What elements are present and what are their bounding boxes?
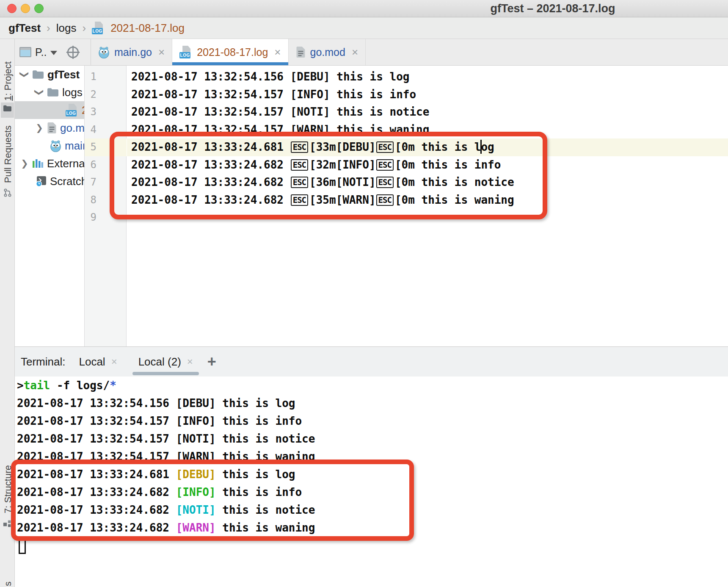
- log-file-icon: LOG: [179, 46, 192, 58]
- tree-item-main-go[interactable]: main.go: [15, 137, 84, 155]
- editor-line[interactable]: 2021-08-17 13:32:54.156 [DEBU] this is l…: [131, 68, 514, 86]
- breadcrumb-file[interactable]: 2021-08-17.log: [110, 22, 185, 35]
- close-tab-icon[interactable]: ×: [274, 46, 281, 59]
- tab-band: P.. main.go × LOG 2021-08: [15, 39, 728, 66]
- tree-item-scratches[interactable]: Scratches and Consoles: [15, 172, 84, 190]
- code-segment: 2021-08-17 13:33:24.681: [17, 468, 176, 481]
- terminal-tab-local-2[interactable]: Local (2) ×: [131, 347, 201, 377]
- code-segment: [0m this is info: [395, 158, 501, 171]
- code-segment: 2021-08-17 13:33:24.682: [131, 176, 290, 188]
- tree-item-go-mod[interactable]: ❯ go.mod: [15, 119, 84, 137]
- terminal-line: 2021-08-17 13:32:54.157 [INFO] this is i…: [15, 412, 728, 430]
- code-segment: 2021-08-17 13:32:54.157 [INFO] this is i…: [17, 415, 302, 427]
- chevron-down-icon[interactable]: [50, 51, 57, 55]
- esc-control-char: ESC: [376, 141, 394, 153]
- tab-main-go[interactable]: main.go ×: [91, 39, 172, 65]
- editor-line[interactable]: 2021-08-17 13:33:24.682 ESC[36m[NOTI]ESC…: [131, 174, 514, 191]
- breadcrumb-folder[interactable]: logs: [56, 22, 77, 35]
- code-segment: [33m[DEBU]: [309, 141, 376, 153]
- tree-item-log-file[interactable]: LOG 2021-08-17.log: [15, 101, 84, 119]
- terminal-line: >tail -f logs/*: [15, 377, 728, 394]
- code-segment: 2021-08-17 13:33:24.682: [17, 486, 176, 498]
- terminal-line: 2021-08-17 13:32:54.156 [DEBU] this is l…: [15, 394, 728, 412]
- breadcrumb-separator-icon: ›: [82, 22, 86, 35]
- tool-windows-icon[interactable]: [3, 519, 12, 528]
- go-mod-file-icon: [47, 122, 57, 134]
- locate-file-icon[interactable]: [65, 44, 81, 60]
- terminal-tab-label: Local: [79, 355, 105, 368]
- line-number: 6: [85, 156, 97, 174]
- code-segment: 2021-08-17 13:32:54.156 [DEBU] this is l…: [17, 397, 295, 410]
- tab-label: main.go: [114, 46, 152, 58]
- terminal-tab-local[interactable]: Local ×: [71, 347, 124, 377]
- code-segment: >: [17, 379, 24, 392]
- editor-line[interactable]: [131, 209, 514, 227]
- code-segment: *: [110, 379, 116, 392]
- code-segment: tail: [24, 379, 50, 392]
- new-terminal-tab-button[interactable]: +: [207, 353, 216, 371]
- line-number: 2: [85, 86, 97, 104]
- line-number: 9: [85, 209, 97, 227]
- line-number: 1: [85, 68, 97, 86]
- code-segment: 2021-08-17 13:33:24.682: [17, 504, 176, 516]
- terminal-cursor: [19, 538, 26, 554]
- breadcrumb-project[interactable]: gfTest: [8, 22, 41, 35]
- project-panel-header: P..: [15, 39, 91, 65]
- chevron-expanded-icon[interactable]: ❯: [19, 70, 30, 79]
- tree-item-label: 2021-08-17.log: [82, 104, 85, 117]
- editor-line[interactable]: 2021-08-17 13:32:54.157 [NOTI] this is n…: [131, 103, 514, 121]
- close-tab-icon[interactable]: ×: [352, 46, 358, 59]
- project-view-label[interactable]: P..: [35, 46, 47, 58]
- go-mod-file-icon: [296, 46, 306, 58]
- chevron-collapsed-icon[interactable]: ❯: [20, 158, 29, 169]
- breadcrumb: gfTest › logs › LOG 2021-08-17.log: [0, 17, 728, 39]
- code-segment: [DEBU]: [176, 468, 216, 481]
- code-segment: 2021-08-17 13:33:24.681: [131, 141, 290, 153]
- esc-control-char: ESC: [291, 194, 308, 206]
- log-file-icon: LOG: [66, 104, 78, 116]
- line-number: 7: [85, 174, 97, 191]
- chevron-collapsed-icon[interactable]: ❯: [35, 123, 44, 133]
- tool-button-cut-label[interactable]: s: [3, 581, 14, 586]
- tree-item-logs[interactable]: ❯ logs: [15, 83, 84, 101]
- project-view-icon[interactable]: [19, 47, 31, 57]
- tree-item-label: gfTest: [47, 68, 80, 81]
- tree-item-external-libraries[interactable]: ❯ External Libraries: [15, 155, 84, 172]
- gopher-icon: [50, 140, 61, 152]
- close-tab-icon[interactable]: ×: [158, 46, 165, 59]
- code-segment: 2021-08-17 13:32:54.157 [WARN] this is w…: [131, 123, 429, 136]
- editor-line[interactable]: 2021-08-17 13:32:54.157 [WARN] this is w…: [131, 121, 514, 139]
- tree-item-label: Scratches and Consoles: [50, 175, 85, 188]
- close-tab-icon[interactable]: ×: [187, 356, 193, 368]
- terminal-label: Terminal:: [21, 355, 65, 368]
- minimize-window-button[interactable]: [21, 4, 30, 13]
- code-segment: 2021-08-17 13:33:24.682: [131, 158, 290, 171]
- code-segment: 2021-08-17 13:32:54.157 [WARN] this is w…: [17, 450, 315, 463]
- close-tab-icon[interactable]: ×: [111, 356, 117, 368]
- editor-pane[interactable]: 2021-08-17 13:32:54.156 [DEBU] this is l…: [127, 66, 728, 346]
- tool-button-project[interactable]: 1: Project: [3, 61, 14, 101]
- chevron-expanded-icon[interactable]: ❯: [34, 88, 44, 97]
- tab-go-mod[interactable]: go.mod ×: [289, 39, 366, 65]
- editor-line[interactable]: 2021-08-17 13:33:24.682 ESC[35m[WARN]ESC…: [131, 191, 514, 209]
- line-number: 5: [85, 138, 97, 156]
- terminal-pane[interactable]: >tail -f logs/*2021-08-17 13:32:54.156 […: [15, 377, 728, 587]
- tool-button-structure[interactable]: 7: Structure: [3, 465, 14, 513]
- editor-line[interactable]: 2021-08-17 13:33:24.681 ESC[33m[DEBU]ESC…: [131, 138, 514, 156]
- window-title: gfTest – 2021-08-17.log: [423, 0, 682, 17]
- tool-button-pull-requests[interactable]: Pull Requests: [3, 125, 14, 183]
- editor-line[interactable]: 2021-08-17 13:33:24.682 ESC[32m[INFO]ESC…: [131, 156, 514, 174]
- terminal-line: 2021-08-17 13:32:54.157 [WARN] this is w…: [15, 448, 728, 465]
- tab-log-file[interactable]: LOG 2021-08-17.log ×: [172, 39, 288, 65]
- code-segment: 2021-08-17 13:32:54.157 [NOTI] this is n…: [17, 432, 315, 445]
- zoom-window-button[interactable]: [34, 4, 44, 13]
- project-folder-icon: [3, 105, 12, 112]
- editor-line[interactable]: 2021-08-17 13:32:54.157 [INFO] this is i…: [131, 86, 514, 104]
- code-segment: 2021-08-17 13:33:24.682: [17, 521, 176, 534]
- close-window-button[interactable]: [7, 4, 17, 13]
- code-segment: 2021-08-17 13:32:54.157 [NOTI] this is n…: [131, 105, 429, 118]
- code-segment: [INFO]: [176, 486, 216, 498]
- tree-item-gftest[interactable]: ❯ gfTest: [15, 66, 84, 83]
- terminal-tab-bar: Terminal: Local × Local (2) × +: [15, 346, 728, 377]
- code-segment: 2021-08-17 13:33:24.682: [131, 194, 290, 206]
